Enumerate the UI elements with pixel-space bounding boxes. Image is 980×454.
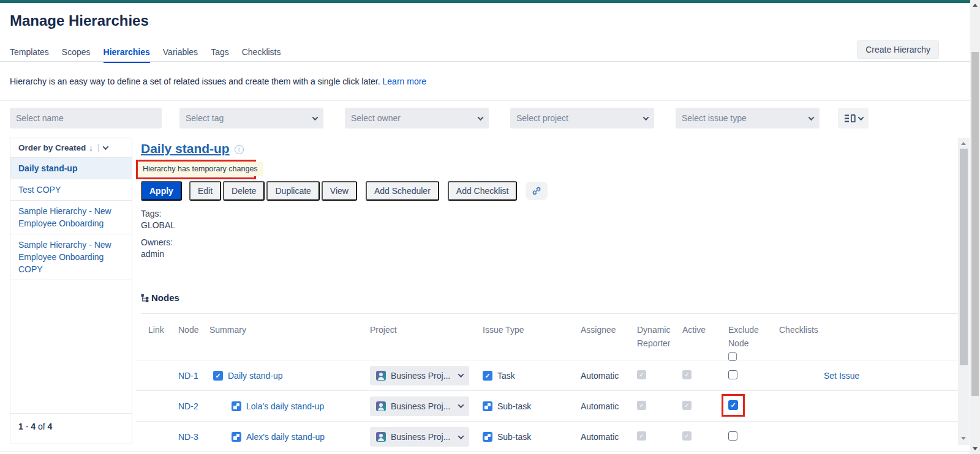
summary-link[interactable]: Lola's daily stand-up bbox=[246, 401, 324, 411]
scroll-down-icon[interactable] bbox=[973, 447, 978, 450]
active-checkbox bbox=[682, 401, 692, 410]
description-text: Hierarchy is an easy way to define a set… bbox=[10, 76, 426, 86]
window-top-bar bbox=[0, 0, 980, 3]
col-exclude-node: Exclude Node bbox=[728, 323, 779, 365]
issue-type-cell: Sub-task bbox=[483, 401, 581, 411]
nodes-divider bbox=[141, 313, 958, 314]
node-id-link[interactable]: ND-3 bbox=[178, 432, 209, 442]
issue-type-label: Task bbox=[497, 371, 515, 381]
temporary-changes-tooltip: Hierarchy has temporary changes bbox=[138, 162, 263, 176]
nodes-table-header: Link Node Summary Project Issue Type Ass… bbox=[136, 323, 958, 365]
col-link: Link bbox=[148, 323, 178, 337]
view-button[interactable]: View bbox=[322, 181, 357, 201]
node-id-link[interactable]: ND-1 bbox=[178, 371, 209, 381]
project-filter-placeholder: Select project bbox=[516, 113, 568, 123]
tag-filter-placeholder: Select tag bbox=[186, 113, 224, 123]
info-icon[interactable]: i bbox=[235, 145, 244, 154]
hierarchy-title-text: Daily stand-up bbox=[141, 141, 230, 155]
issue-type-filter-placeholder: Select issue type bbox=[682, 113, 747, 123]
select-name-input[interactable] bbox=[10, 108, 162, 128]
select-owner-dropdown[interactable]: Select owner bbox=[345, 108, 489, 128]
exclude-node-checkbox[interactable] bbox=[728, 370, 737, 379]
summary-cell: Lola's daily stand-up bbox=[209, 401, 370, 411]
node-id-link[interactable]: ND-2 bbox=[178, 401, 209, 411]
hierarchy-detail-panel: Daily stand-upi Hierarchy has temporary … bbox=[136, 138, 958, 452]
exclude-node-checkbox[interactable] bbox=[728, 431, 737, 441]
project-dropdown[interactable]: Business Proj... bbox=[370, 427, 469, 447]
issue-type-label: Sub-task bbox=[497, 401, 531, 411]
delete-button[interactable]: Delete bbox=[223, 181, 265, 201]
project-name: Business Proj... bbox=[391, 432, 450, 442]
hierarchy-list-item[interactable]: Sample Hierarchy - New Employee Onboardi… bbox=[10, 234, 132, 280]
edit-button[interactable]: Edit bbox=[189, 181, 221, 201]
set-issue-link[interactable]: Set Issue bbox=[824, 371, 859, 381]
hierarchy-title-link[interactable]: Daily stand-upi bbox=[141, 141, 244, 156]
summary-link[interactable]: Daily stand-up bbox=[228, 371, 283, 381]
select-tag-dropdown[interactable]: Select tag bbox=[179, 108, 323, 128]
hierarchy-list-item[interactable]: Test COPY bbox=[10, 179, 132, 201]
summary-cell: Daily stand-up bbox=[209, 371, 370, 381]
page-scrollbar-thumb[interactable] bbox=[971, 52, 979, 396]
page-scrollbar[interactable] bbox=[970, 0, 980, 454]
nodes-section-title: Nodes bbox=[141, 292, 179, 303]
panel-scrollbar[interactable] bbox=[958, 138, 970, 445]
dynamic-reporter-cell bbox=[637, 370, 682, 381]
hierarchy-list-item[interactable]: Daily stand-up bbox=[10, 158, 132, 179]
select-issue-type-dropdown[interactable]: Select issue type bbox=[676, 108, 820, 128]
share-link-button[interactable] bbox=[526, 182, 548, 200]
hierarchy-meta: Tags: GLOBAL Owners: admin bbox=[141, 208, 175, 266]
chevron-down-icon bbox=[458, 433, 464, 439]
project-name: Business Proj... bbox=[391, 401, 450, 411]
hierarchy-list-item[interactable]: Sample Hierarchy - New Employee Onboardi… bbox=[10, 201, 132, 234]
tabs-divider bbox=[0, 61, 970, 62]
scroll-up-icon[interactable] bbox=[961, 142, 966, 145]
tags-value: GLOBAL bbox=[141, 220, 175, 231]
apply-button[interactable]: Apply bbox=[141, 181, 182, 201]
dynamic-reporter-cell bbox=[637, 431, 682, 442]
col-dynamic-reporter: Dynamic Reporter bbox=[637, 323, 682, 350]
owners-value: admin bbox=[141, 248, 175, 260]
project-avatar-icon bbox=[376, 432, 386, 442]
panel-scrollbar-thumb[interactable] bbox=[960, 149, 968, 365]
col-node: Node bbox=[178, 323, 209, 337]
create-hierarchy-button[interactable]: Create Hierarchy bbox=[857, 40, 939, 59]
sort-direction-arrow-down-icon[interactable]: ↓ bbox=[89, 143, 93, 152]
active-checkbox bbox=[682, 370, 692, 379]
divider bbox=[98, 144, 99, 152]
duplicate-button[interactable]: Duplicate bbox=[266, 181, 319, 201]
subtask-icon bbox=[232, 432, 241, 442]
col-summary: Summary bbox=[209, 323, 370, 337]
name-filter-field[interactable] bbox=[16, 113, 156, 123]
order-by-control[interactable]: Order by Created ↓ bbox=[10, 138, 132, 158]
dynamic-reporter-cell bbox=[637, 401, 682, 412]
scroll-up-icon[interactable] bbox=[973, 4, 978, 7]
chevron-down-icon[interactable] bbox=[102, 144, 108, 150]
scroll-down-icon[interactable] bbox=[961, 437, 966, 440]
project-dropdown[interactable]: Business Proj... bbox=[370, 366, 469, 385]
action-button-row: Apply Edit Delete Duplicate View Add Sch… bbox=[141, 181, 548, 201]
chevron-down-icon bbox=[643, 114, 649, 121]
add-checklist-button[interactable]: Add Checklist bbox=[448, 181, 518, 201]
summary-cell: Alex's daily stand-up bbox=[209, 432, 370, 442]
exclude-node-checkbox[interactable] bbox=[728, 400, 738, 410]
chevron-down-icon bbox=[458, 402, 464, 408]
project-avatar-icon bbox=[376, 371, 386, 381]
col-checklists: Checklists bbox=[779, 323, 958, 337]
summary-link[interactable]: Alex's daily stand-up bbox=[246, 432, 325, 442]
column-selector-button[interactable] bbox=[838, 108, 869, 128]
learn-more-link[interactable]: Learn more bbox=[383, 76, 427, 86]
task-icon bbox=[483, 371, 492, 381]
select-project-dropdown[interactable]: Select project bbox=[510, 108, 654, 128]
add-scheduler-button[interactable]: Add Scheduler bbox=[366, 181, 439, 201]
task-icon bbox=[213, 371, 223, 381]
issue-type-label: Sub-task bbox=[497, 432, 531, 442]
pagination-of: of bbox=[38, 422, 45, 431]
assignee-cell: Automatic bbox=[581, 371, 637, 381]
issue-type-cell: Sub-task bbox=[483, 432, 581, 442]
project-cell: Business Proj... bbox=[370, 396, 483, 416]
table-row: ND-3 Alex's daily stand-up Business Proj… bbox=[136, 421, 958, 452]
table-row: ND-1 Daily stand-up Business Proj... Tas… bbox=[136, 360, 958, 390]
assignee-cell: Automatic bbox=[581, 432, 637, 442]
project-dropdown[interactable]: Business Proj... bbox=[370, 396, 469, 416]
hierarchy-tree-icon bbox=[141, 294, 149, 302]
